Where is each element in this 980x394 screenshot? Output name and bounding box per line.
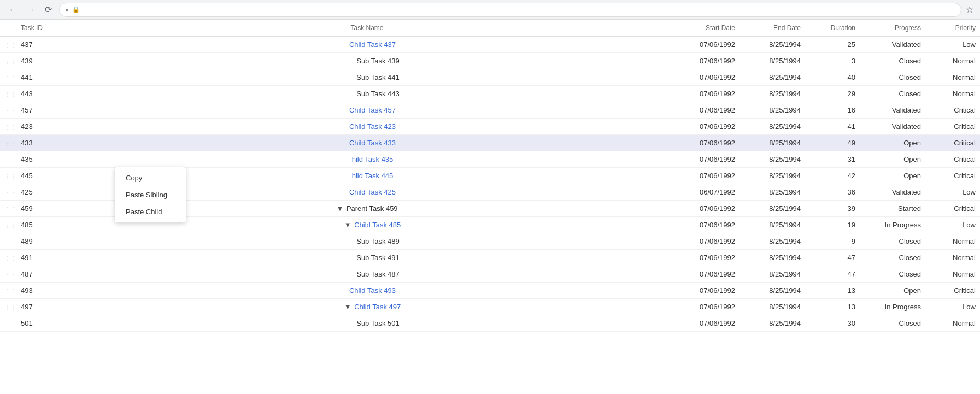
drag-icon[interactable]: ⋮⋮: [4, 140, 16, 146]
drag-handle[interactable]: ⋮⋮: [0, 53, 16, 69]
task-name-cell[interactable]: Child Task 433: [60, 135, 674, 151]
table-row[interactable]: ⋮⋮441Sub Task 44107/06/19928/25/199440Cl…: [0, 69, 980, 86]
reload-button[interactable]: ⟳: [42, 3, 55, 16]
drag-handle[interactable]: ⋮⋮: [0, 217, 16, 233]
task-name-cell[interactable]: hild Task 435: [60, 151, 674, 168]
task-name-link[interactable]: hild Task 445: [352, 172, 394, 180]
col-duration: Duration: [805, 20, 860, 37]
task-id-cell: 425: [16, 184, 60, 201]
start-date-cell: 07/06/1992: [674, 119, 740, 135]
drag-icon[interactable]: ⋮⋮: [4, 42, 16, 48]
task-name-cell: Sub Task 439: [60, 53, 674, 69]
context-menu-copy[interactable]: Copy: [115, 169, 186, 186]
drag-handle[interactable]: ⋮⋮: [0, 283, 16, 299]
task-name-cell[interactable]: Child Task 457: [60, 102, 674, 119]
expand-arrow-icon[interactable]: ▼: [336, 204, 345, 213]
col-progress: Progress: [860, 20, 925, 37]
end-date-cell: 8/25/1994: [740, 184, 805, 201]
drag-handle[interactable]: ⋮⋮: [0, 315, 16, 332]
drag-icon[interactable]: ⋮⋮: [4, 288, 16, 294]
drag-handle[interactable]: ⋮⋮: [0, 250, 16, 266]
task-name-link[interactable]: Child Task 497: [354, 303, 401, 311]
drag-handle[interactable]: ⋮⋮: [0, 184, 16, 201]
priority-cell: Low: [925, 37, 980, 53]
context-menu-paste-child[interactable]: Paste Child: [115, 203, 186, 220]
drag-handle[interactable]: ⋮⋮: [0, 102, 16, 119]
drag-handle[interactable]: ⋮⋮: [0, 266, 16, 283]
task-name-link[interactable]: Child Task 425: [349, 188, 396, 196]
drag-icon[interactable]: ⋮⋮: [4, 206, 16, 212]
task-name-link[interactable]: Child Task 423: [349, 122, 396, 131]
priority-cell: Critical: [925, 283, 980, 299]
drag-icon[interactable]: ⋮⋮: [4, 58, 16, 64]
drag-icon[interactable]: ⋮⋮: [4, 321, 16, 327]
table-row[interactable]: ⋮⋮423Child Task 42307/06/19928/25/199441…: [0, 119, 980, 135]
task-name-link[interactable]: Child Task 457: [349, 106, 396, 114]
start-date-cell: 07/06/1992: [674, 37, 740, 53]
task-name-link[interactable]: hild Task 435: [352, 155, 394, 163]
table-row[interactable]: ⋮⋮497▼ Child Task 49707/06/19928/25/1994…: [0, 299, 980, 315]
table-row[interactable]: ⋮⋮489Sub Task 48907/06/19928/25/19949Clo…: [0, 233, 980, 250]
task-name-cell[interactable]: Child Task 437: [60, 37, 674, 53]
drag-icon[interactable]: ⋮⋮: [4, 91, 16, 97]
task-name-link[interactable]: Child Task 433: [349, 139, 396, 147]
table-row[interactable]: ⋮⋮457Child Task 45707/06/19928/25/199416…: [0, 102, 980, 119]
end-date-cell: 8/25/1994: [740, 168, 805, 184]
drag-handle[interactable]: ⋮⋮: [0, 135, 16, 151]
drag-handle[interactable]: ⋮⋮: [0, 233, 16, 250]
drag-handle[interactable]: ⋮⋮: [0, 299, 16, 315]
drag-icon[interactable]: ⋮⋮: [4, 222, 16, 228]
drag-icon[interactable]: ⋮⋮: [4, 108, 16, 114]
context-menu-paste-sibling[interactable]: Paste Sibling: [115, 186, 186, 203]
priority-cell: Critical: [925, 119, 980, 135]
table-row[interactable]: ⋮⋮487Sub Task 48707/06/19928/25/199447Cl…: [0, 266, 980, 283]
task-name-link[interactable]: Child Task 437: [349, 40, 396, 49]
bookmark-button[interactable]: ☆: [966, 4, 973, 15]
col-start-date: Start Date: [674, 20, 740, 37]
drag-icon[interactable]: ⋮⋮: [4, 239, 16, 245]
back-button[interactable]: ←: [7, 3, 20, 16]
duration-cell: 40: [805, 69, 860, 86]
expand-arrow-icon[interactable]: ▼: [344, 221, 353, 229]
drag-handle[interactable]: ⋮⋮: [0, 151, 16, 168]
drag-handle[interactable]: ⋮⋮: [0, 201, 16, 217]
forward-button[interactable]: →: [24, 3, 37, 16]
drag-icon[interactable]: ⋮⋮: [4, 173, 16, 179]
table-row[interactable]: ⋮⋮437Child Task 43707/06/19928/25/199425…: [0, 37, 980, 53]
table-row[interactable]: ⋮⋮491Sub Task 49107/06/19928/25/199447Cl…: [0, 250, 980, 266]
task-name-cell: Sub Task 441: [60, 69, 674, 86]
table-row[interactable]: ⋮⋮435hild Task 43507/06/19928/25/199431O…: [0, 151, 980, 168]
table-row[interactable]: ⋮⋮501Sub Task 50107/06/19928/25/199430Cl…: [0, 315, 980, 332]
drag-handle[interactable]: ⋮⋮: [0, 69, 16, 86]
task-name-text: Parent Task 459: [347, 204, 398, 213]
drag-icon[interactable]: ⋮⋮: [4, 304, 16, 310]
task-id-cell: 485: [16, 217, 60, 233]
task-name-link[interactable]: Child Task 493: [349, 286, 396, 295]
expand-arrow-icon[interactable]: ▼: [344, 303, 353, 311]
task-id-cell: 437: [16, 37, 60, 53]
drag-handle[interactable]: ⋮⋮: [0, 86, 16, 102]
drag-icon[interactable]: ⋮⋮: [4, 255, 16, 261]
col-priority: Priority: [925, 20, 980, 37]
drag-handle[interactable]: ⋮⋮: [0, 37, 16, 53]
task-name-cell[interactable]: Child Task 423: [60, 119, 674, 135]
table-row[interactable]: ⋮⋮439Sub Task 43907/06/19928/25/19943Clo…: [0, 53, 980, 69]
drag-icon[interactable]: ⋮⋮: [4, 190, 16, 196]
table-row[interactable]: ⋮⋮493Child Task 49307/06/19928/25/199413…: [0, 283, 980, 299]
drag-icon[interactable]: ⋮⋮: [4, 75, 16, 81]
start-date-cell: 06/07/1992: [674, 184, 740, 201]
drag-handle[interactable]: ⋮⋮: [0, 119, 16, 135]
end-date-cell: 8/25/1994: [740, 217, 805, 233]
drag-icon[interactable]: ⋮⋮: [4, 157, 16, 163]
table-row[interactable]: ⋮⋮433Child Task 43307/06/19928/25/199449…: [0, 135, 980, 151]
drag-icon[interactable]: ⋮⋮: [4, 124, 16, 130]
progress-cell: Started: [860, 201, 925, 217]
drag-icon[interactable]: ⋮⋮: [4, 272, 16, 278]
task-id-cell: 441: [16, 69, 60, 86]
task-name-cell[interactable]: Child Task 493: [60, 283, 674, 299]
table-container: Task ID Task Name Start Date End Date Du…: [0, 20, 980, 332]
drag-handle[interactable]: ⋮⋮: [0, 168, 16, 184]
task-name-link[interactable]: Child Task 485: [354, 221, 401, 229]
task-name-cell[interactable]: ▼ Child Task 497: [60, 299, 674, 315]
table-row[interactable]: ⋮⋮443Sub Task 44307/06/19928/25/199429Cl…: [0, 86, 980, 102]
